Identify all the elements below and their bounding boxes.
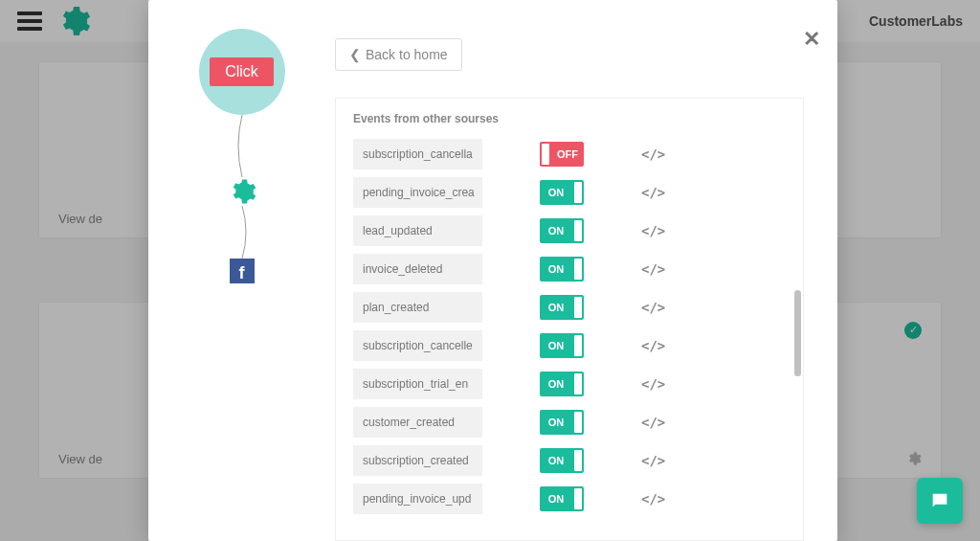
code-icon[interactable]: </> bbox=[641, 338, 665, 353]
code-icon[interactable]: </> bbox=[641, 415, 665, 430]
connector-line bbox=[223, 115, 261, 177]
toggle-label: OFF bbox=[551, 148, 584, 160]
toggle-label: ON bbox=[540, 302, 572, 313]
modal: ✕ Click f ❮ Back to home Events from oth… bbox=[148, 0, 837, 541]
connector-line bbox=[223, 206, 261, 259]
code-icon[interactable]: </> bbox=[641, 261, 665, 277]
event-toggle[interactable]: ON bbox=[540, 372, 584, 396]
code-icon[interactable]: </> bbox=[641, 223, 665, 238]
toggle-label: ON bbox=[540, 378, 572, 390]
toggle-handle bbox=[574, 450, 582, 471]
toggle-handle bbox=[574, 220, 582, 241]
chat-icon bbox=[929, 490, 950, 511]
event-row: plan_createdON</> bbox=[353, 292, 786, 323]
event-name: subscription_created bbox=[353, 445, 482, 476]
toggle-handle bbox=[542, 144, 549, 165]
toggle-label: ON bbox=[540, 340, 572, 351]
close-icon[interactable]: ✕ bbox=[803, 27, 820, 52]
code-icon[interactable]: </> bbox=[641, 376, 665, 392]
event-row: invoice_deletedON</> bbox=[353, 254, 786, 284]
event-list[interactable]: subscription_cancellaOFF</>pending_invoi… bbox=[336, 139, 803, 531]
event-row: pending_invoice_creaON</> bbox=[353, 177, 786, 208]
click-node: Click bbox=[199, 29, 285, 115]
toggle-handle bbox=[574, 335, 582, 356]
back-button[interactable]: ❮ Back to home bbox=[335, 38, 462, 71]
event-name: subscription_cancelle bbox=[353, 330, 482, 361]
event-row: subscription_createdON</> bbox=[353, 445, 786, 476]
toggle-handle bbox=[574, 297, 582, 318]
code-icon[interactable]: </> bbox=[641, 185, 665, 200]
event-toggle[interactable]: OFF bbox=[540, 142, 584, 167]
event-name: customer_created bbox=[353, 407, 482, 438]
toggle-handle bbox=[574, 488, 582, 509]
events-panel: Events from other sourses subscription_c… bbox=[335, 98, 804, 541]
event-row: pending_invoice_updON</> bbox=[353, 484, 786, 514]
code-icon[interactable]: </> bbox=[641, 453, 665, 468]
back-label: Back to home bbox=[366, 47, 448, 62]
toggle-handle bbox=[574, 259, 582, 280]
event-toggle[interactable]: ON bbox=[540, 257, 584, 282]
panel-heading: Events from other sourses bbox=[336, 99, 803, 139]
toggle-handle bbox=[574, 182, 582, 203]
toggle-label: ON bbox=[540, 225, 572, 237]
event-row: lead_updatedON</> bbox=[353, 215, 786, 246]
event-toggle[interactable]: ON bbox=[540, 180, 584, 205]
toggle-label: ON bbox=[540, 187, 572, 198]
scrollbar-thumb[interactable] bbox=[794, 290, 801, 376]
event-toggle[interactable]: ON bbox=[540, 486, 584, 511]
event-row: subscription_cancelleON</> bbox=[353, 330, 786, 361]
chevron-left-icon: ❮ bbox=[349, 47, 361, 62]
event-name: lead_updated bbox=[353, 215, 482, 246]
event-name: invoice_deleted bbox=[353, 254, 482, 284]
chat-button[interactable] bbox=[917, 478, 963, 524]
code-icon[interactable]: </> bbox=[641, 491, 665, 507]
gear-node-icon bbox=[228, 177, 256, 206]
event-toggle[interactable]: ON bbox=[540, 218, 584, 243]
event-toggle[interactable]: ON bbox=[540, 410, 584, 435]
facebook-node-icon: f bbox=[230, 259, 255, 283]
toggle-handle bbox=[574, 373, 582, 394]
toggle-handle bbox=[574, 412, 582, 433]
event-name: pending_invoice_crea bbox=[353, 177, 482, 208]
toggle-label: ON bbox=[540, 455, 572, 466]
event-row: customer_createdON</> bbox=[353, 407, 786, 438]
event-toggle[interactable]: ON bbox=[540, 295, 584, 320]
event-toggle[interactable]: ON bbox=[540, 448, 584, 473]
code-icon[interactable]: </> bbox=[641, 300, 665, 315]
event-toggle[interactable]: ON bbox=[540, 333, 584, 358]
toggle-label: ON bbox=[540, 493, 572, 505]
event-name: subscription_trial_en bbox=[353, 369, 482, 399]
event-name: pending_invoice_upd bbox=[353, 484, 482, 514]
toggle-label: ON bbox=[540, 417, 572, 428]
code-icon[interactable]: </> bbox=[641, 147, 665, 162]
modal-diagram: Click f bbox=[148, 0, 335, 541]
event-name: plan_created bbox=[353, 292, 482, 323]
event-row: subscription_cancellaOFF</> bbox=[353, 139, 786, 169]
click-badge: Click bbox=[210, 57, 274, 86]
toggle-label: ON bbox=[540, 263, 572, 275]
event-name: subscription_cancella bbox=[353, 139, 482, 169]
event-row: subscription_trial_enON</> bbox=[353, 369, 786, 399]
